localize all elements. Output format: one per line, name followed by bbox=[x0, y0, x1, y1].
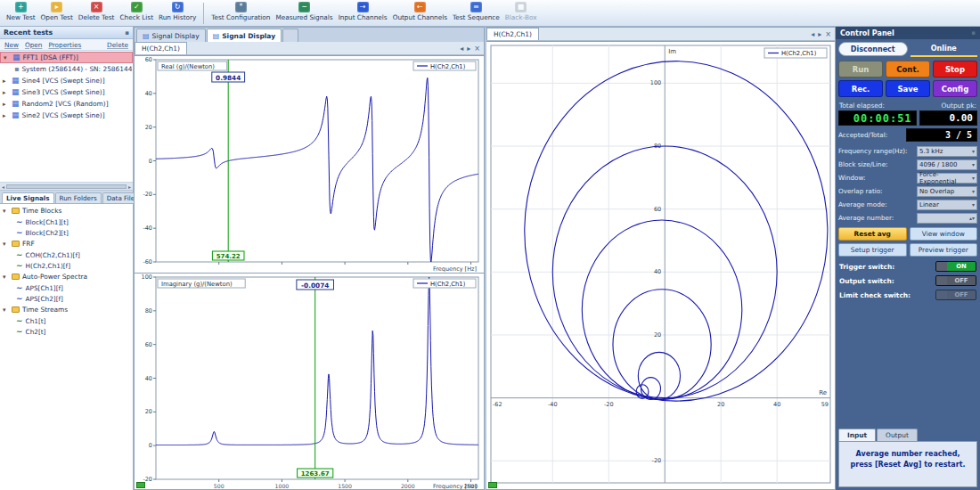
control-panel-header: Control Panel ▪ bbox=[836, 27, 980, 39]
expand-icon[interactable]: ▸ bbox=[3, 78, 9, 85]
signal-item-aps-ch2-f[interactable]: ∼APS[Ch2][f] bbox=[0, 293, 133, 304]
limit-check-switch-toggle[interactable]: OFF bbox=[935, 290, 976, 300]
signal-group-time-blocks[interactable]: ▾Time Blocks bbox=[0, 205, 133, 216]
recent-tests-menu: NewOpenPropertiesDelete bbox=[0, 39, 133, 51]
signal-item-block-ch2-t[interactable]: ∼Block[Ch2][t] bbox=[0, 227, 133, 238]
scroll-left-icon[interactable]: ◂ bbox=[2, 184, 4, 190]
collapse-icon[interactable]: ▾ bbox=[4, 54, 10, 61]
signal-group-frf[interactable]: ▾FRF bbox=[0, 238, 133, 249]
scroll-left-icon[interactable]: ◂ bbox=[811, 30, 814, 38]
field-value-dropdown[interactable]: No Overlap▾ bbox=[917, 186, 977, 197]
settings-fields: Frequency range(Hz):5.3 kHz▾Block size/L… bbox=[836, 144, 980, 225]
scroll-right-icon[interactable]: ▸ bbox=[467, 45, 470, 53]
signal-group-auto-power-spectra[interactable]: ▾Auto-Power Spectra bbox=[0, 271, 133, 282]
test-item-fft1-dsa-fft[interactable]: ▾▦FFT1 [DSA (FFT)] bbox=[0, 52, 133, 63]
expand-icon[interactable]: ▸ bbox=[3, 112, 9, 119]
cont-button[interactable]: Cont. bbox=[886, 61, 930, 78]
view-window-button[interactable]: View window bbox=[910, 227, 978, 241]
signal-item-ch2-t[interactable]: ∼Ch2[t] bbox=[0, 326, 133, 337]
real-svg: -60-40-200204060574.22Real (g)/(Newton)0… bbox=[135, 56, 484, 273]
online-tab[interactable]: Online bbox=[911, 42, 978, 57]
toolbar-button-label: Run History bbox=[159, 13, 196, 21]
dropdown-arrow-icon: ▾ bbox=[972, 161, 975, 167]
collapse-icon[interactable]: ▾ bbox=[3, 306, 9, 314]
tab-run-folders[interactable]: Run Folders bbox=[55, 192, 102, 203]
doc-tab-signal-display-2[interactable]: ▤Signal Display bbox=[207, 29, 282, 42]
menu-properties[interactable]: Properties bbox=[48, 41, 81, 49]
test-item-sine4-vcs-swept-sine[interactable]: ▸▦Sine4 [VCS (Swept Sine)] bbox=[0, 75, 133, 86]
toolbar-button-new-test[interactable]: +New Test bbox=[4, 1, 38, 22]
svg-text:-20: -20 bbox=[604, 401, 614, 408]
disconnect-button[interactable]: Disconnect bbox=[838, 42, 908, 56]
preview-trigger-button[interactable]: Preview trigger bbox=[910, 243, 978, 257]
pin-icon[interactable]: ▪ bbox=[125, 29, 129, 37]
tab-input[interactable]: Input bbox=[838, 429, 876, 441]
setup-trigger-button[interactable]: Setup trigger bbox=[838, 243, 907, 257]
tab-output[interactable]: Output bbox=[877, 429, 918, 441]
tab-h-ch2-ch1-left[interactable]: H(Ch2,Ch1) bbox=[135, 42, 187, 54]
signal-item-h-ch2-ch1-f[interactable]: ∼H(Ch2,Ch1)[f] bbox=[0, 260, 133, 271]
signal-item-block-ch1-t[interactable]: ∼Block[Ch1][t] bbox=[0, 216, 133, 227]
close-icon[interactable]: × bbox=[474, 45, 480, 53]
pin-icon[interactable]: ▪ bbox=[971, 29, 976, 37]
scroll-right-icon[interactable]: ▸ bbox=[818, 30, 821, 38]
doc-tab-signal-display-1[interactable]: ▤Signal Display bbox=[136, 29, 206, 42]
signal-item-label: Block[Ch2][t] bbox=[26, 229, 69, 237]
test-item-sine2-vcs-swept-sine[interactable]: ▸▦Sine2 [VCS (Swept Sine)] bbox=[0, 110, 133, 121]
tree-hscrollbar[interactable]: ◂ ▸ bbox=[0, 183, 133, 191]
signal-item-aps-ch1-f[interactable]: ∼APS[Ch1][f] bbox=[0, 282, 133, 293]
collapse-icon[interactable]: ▾ bbox=[3, 274, 9, 281]
close-icon[interactable]: × bbox=[825, 30, 831, 38]
toolbar-button-run-history[interactable]: ↻Run History bbox=[156, 1, 199, 22]
toolbar-button-open-test[interactable]: ▸Open Test bbox=[38, 1, 76, 22]
imag-frf-chart[interactable]: -2002040608010050010001500200025001263.6… bbox=[135, 273, 484, 490]
trigger-switch-toggle[interactable]: ON bbox=[935, 261, 976, 272]
toolbar-button-delete-test[interactable]: ×Delete Test bbox=[76, 1, 118, 22]
svg-text:1500: 1500 bbox=[338, 483, 352, 489]
doc-tab-stub[interactable] bbox=[282, 29, 298, 42]
status-indicator bbox=[136, 482, 145, 488]
collapse-icon[interactable]: ▾ bbox=[3, 241, 9, 248]
nyquist-chart[interactable]: -2020406080100-62-40-20204059ImReH(Ch2,C… bbox=[486, 41, 835, 489]
collapse-icon[interactable]: ▾ bbox=[3, 208, 9, 215]
field-value-dropdown[interactable]: Force-Exponential▾ bbox=[917, 173, 977, 184]
svg-text:40: 40 bbox=[145, 374, 152, 381]
signal-item-ch1-t[interactable]: ∼Ch1[t] bbox=[0, 315, 133, 326]
toolbar-button-output-channels[interactable]: ←Output Channels bbox=[390, 1, 450, 22]
expand-icon[interactable]: ▸ bbox=[3, 101, 9, 108]
expand-icon[interactable]: ▸ bbox=[3, 89, 9, 96]
signal-item-coh-ch2-ch1-f[interactable]: ∼COH(Ch2,Ch1)[f] bbox=[0, 249, 133, 260]
scroll-left-icon[interactable]: ◂ bbox=[460, 45, 463, 53]
test-child-item[interactable]: ▪System (2586144) - SN: 2586144 bbox=[0, 63, 133, 75]
field-value-dropdown[interactable]: Linear▾ bbox=[917, 200, 977, 210]
tab-controls: ◂ ▸ × bbox=[456, 45, 484, 54]
menu-delete[interactable]: Delete bbox=[107, 41, 128, 49]
toolbar-button-test-sequence[interactable]: ≡Test Sequence bbox=[450, 1, 502, 22]
save-button[interactable]: Save bbox=[886, 80, 930, 97]
scrollbar-thumb[interactable] bbox=[6, 184, 127, 189]
toolbar-button-input-channels[interactable]: →Input Channels bbox=[336, 1, 390, 22]
test-item-random2-vcs-random[interactable]: ▸▦Random2 [VCS (Random)] bbox=[0, 98, 133, 110]
tab-live-signals[interactable]: Live Signals bbox=[2, 192, 54, 203]
test-item-sine3-vcs-swept-sine[interactable]: ▸▦Sine3 [VCS (Swept Sine)] bbox=[0, 86, 133, 98]
toolbar-button-check-list[interactable]: ✓Check List bbox=[117, 1, 156, 22]
field-value-dropdown[interactable]: 5.3 kHz▾ bbox=[917, 146, 977, 157]
field-value-dropdown[interactable]: 4096 / 1800▾ bbox=[917, 159, 977, 170]
toolbar-button-black-box[interactable]: ■Black-Box bbox=[502, 1, 540, 22]
output-switch-toggle[interactable]: OFF bbox=[935, 275, 976, 286]
toolbar-button-measured-signals[interactable]: ∼Measured Signals bbox=[273, 1, 335, 22]
field-value-dropdown[interactable]: ▴▾ bbox=[917, 213, 977, 224]
reset-avg-button[interactable]: Reset avg bbox=[838, 227, 907, 241]
toolbar-button-test-configuration[interactable]: *Test Configuration bbox=[208, 1, 273, 22]
rec-button[interactable]: Rec. bbox=[838, 80, 883, 97]
menu-open[interactable]: Open bbox=[25, 41, 43, 49]
scroll-right-icon[interactable]: ▸ bbox=[128, 184, 131, 190]
run-button[interactable]: Run bbox=[838, 61, 883, 78]
config-button[interactable]: Config bbox=[933, 80, 977, 97]
real-frf-chart[interactable]: -60-40-200204060574.22Real (g)/(Newton)0… bbox=[135, 55, 484, 273]
stop-button[interactable]: Stop bbox=[933, 61, 977, 78]
signal-group-time-streams[interactable]: ▾Time Streams bbox=[0, 304, 133, 315]
menu-new[interactable]: New bbox=[4, 41, 19, 49]
recent-tests-header: Recent tests ▪ bbox=[0, 27, 133, 39]
tab-h-ch2-ch1-right[interactable]: H(Ch2,Ch1) bbox=[486, 28, 539, 40]
